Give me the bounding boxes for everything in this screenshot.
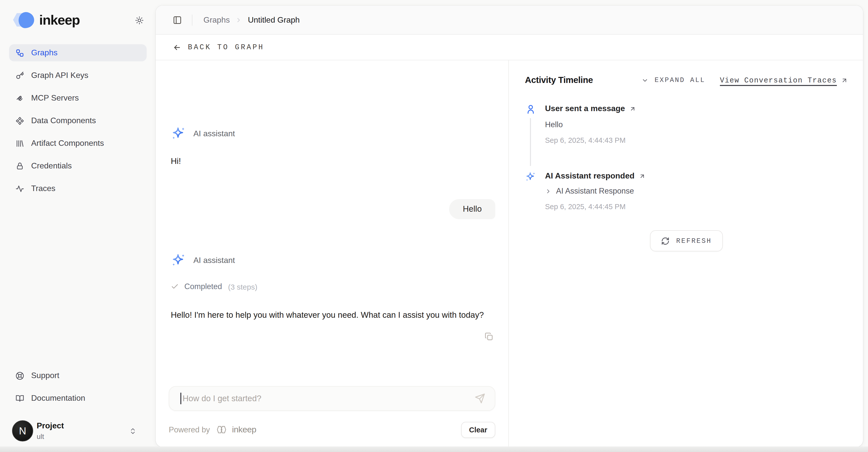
timeline-entry-timestamp: Sep 6, 2025, 4:44:45 PM [545,203,848,211]
expand-all-button[interactable]: EXPAND ALL [642,77,705,84]
sidebar-footer: Support Documentation N Project ult [9,367,147,445]
theme-toggle-sun-icon[interactable] [135,16,144,24]
sidebar-item-label: Graphs [31,48,58,57]
view-traces-label: View Conversation Traces [720,76,837,84]
timeline-entry-user: User sent a message Hello Sep 6, 2025, 4… [525,104,848,171]
assistant-response-label: AI Assistant Response [556,187,634,196]
assistant-message-header: AI assistant [171,126,495,141]
timeline-entry-title-row[interactable]: AI Assistant responded [545,171,848,180]
timeline-entry-title: AI Assistant responded [545,171,634,180]
project-text: Project ult [37,422,64,441]
back-to-graph-button[interactable]: BACK TO GRAPH [173,43,264,52]
panel-left-toggle-icon[interactable] [173,15,182,24]
timeline-entry-title-row[interactable]: User sent a message [545,104,848,113]
sidebar-item-mcp-servers[interactable]: MCP Servers [9,89,147,107]
chat-input-placeholder: How do I get started? [183,394,475,403]
sidebar-item-graph-api-keys[interactable]: Graph API Keys [9,67,147,84]
powered-by: Powered by inkeep [169,424,256,435]
breadcrumb-graphs[interactable]: Graphs [204,15,230,24]
activity-panel: Activity Timeline EXPAND ALL View Conver… [509,60,863,447]
powered-by-label: Powered by [169,425,210,434]
sidebar-item-label: Graph API Keys [31,71,88,80]
app-root: inkeep Graphs Graph A [0,0,868,452]
timeline-entry-timestamp: Sep 6, 2025, 4:44:43 PM [545,136,848,144]
project-avatar[interactable]: N [12,420,33,442]
sidebar: inkeep Graphs Graph A [0,0,156,452]
check-icon [171,283,179,291]
header-divider [192,14,192,25]
user-message-row: Hello [171,199,495,219]
timeline-connector [530,118,531,166]
status-steps: (3 steps) [228,282,257,291]
sidebar-item-support[interactable]: Support [9,367,147,384]
timeline-entry-title: User sent a message [545,104,625,113]
sidebar-item-graphs[interactable]: Graphs [9,44,147,61]
sidebar-item-label: MCP Servers [31,93,79,103]
life-buoy-icon [16,371,24,380]
assistant-response-expander[interactable]: AI Assistant Response [545,187,848,196]
sidebar-item-credentials[interactable]: Credentials [9,158,147,174]
sidebar-item-label: Credentials [31,161,72,170]
message-actions-row [171,332,495,341]
clear-button[interactable]: Clear [461,422,495,438]
assistant-message-text: Hello! I'm here to help you with whateve… [171,308,495,322]
chevron-down-icon [642,77,649,84]
key-icon [16,71,24,80]
activity-timeline: User sent a message Hello Sep 6, 2025, 4… [525,104,848,211]
lock-icon [16,162,24,170]
activity-header: Activity Timeline EXPAND ALL View Conver… [525,75,848,85]
status-state: Completed [184,282,222,291]
activity-icon [16,184,24,193]
assistant-label: AI assistant [193,129,235,138]
sparkles-icon [525,171,536,211]
view-conversation-traces-link[interactable]: View Conversation Traces [720,76,848,84]
sidebar-item-traces[interactable]: Traces [9,180,147,197]
sparkles-icon [171,126,186,141]
assistant-message-header: AI assistant [171,253,495,268]
timeline-entry-content: AI Assistant responded AI Assistant Resp… [545,171,848,211]
inkeep-logo-icon [13,12,37,28]
timeline-entry-assistant: AI Assistant responded AI Assistant Resp… [525,171,848,211]
send-icon[interactable] [475,393,485,404]
sidebar-item-documentation[interactable]: Documentation [9,390,147,407]
assistant-label: AI assistant [193,256,235,265]
refresh-button[interactable]: REFRESH [650,230,722,251]
arrow-up-right-icon [629,105,636,112]
refresh-row: REFRESH [525,230,848,251]
component-icon [16,116,24,125]
refresh-icon [661,236,670,245]
project-subtitle: ult [37,432,64,440]
sidebar-logo-row: inkeep [0,0,156,28]
brand-wordmark: inkeep [39,12,80,28]
timeline-entry-body: Hello [545,120,848,129]
chevrons-up-down-icon[interactable] [129,427,136,435]
chat-messages: AI assistant Hi! Hello AI assistant [156,60,508,341]
chat-input[interactable]: How do I get started? [169,386,495,411]
main-card: Graphs Untitled Graph BACK TO GRAPH [156,5,863,447]
book-open-icon [16,394,24,402]
back-to-graph-label: BACK TO GRAPH [188,43,264,51]
card-subheader: BACK TO GRAPH [156,35,863,60]
card-header: Graphs Untitled Graph [156,5,863,35]
sidebar-item-label: Support [31,371,59,380]
refresh-label: REFRESH [676,237,712,245]
copy-icon[interactable] [485,332,493,341]
card-body: AI assistant Hi! Hello AI assistant [156,60,863,447]
sidebar-item-label: Artifact Components [31,139,104,148]
sidebar-item-label: Documentation [31,394,85,403]
breadcrumb: Graphs Untitled Graph [204,15,300,24]
breadcrumb-current: Untitled Graph [248,15,300,24]
chat-panel: AI assistant Hi! Hello AI assistant [156,60,509,447]
arrow-up-right-icon [841,77,848,84]
powered-by-brand: inkeep [232,425,256,435]
assistant-message-text: Hi! [171,154,495,168]
sidebar-item-data-components[interactable]: Data Components [9,112,147,129]
workflow-icon [16,49,24,57]
project-selector[interactable]: N Project ult [9,417,147,445]
arrow-left-icon [173,43,181,52]
sidebar-item-artifact-components[interactable]: Artifact Components [9,135,147,152]
project-name: Project [37,422,64,431]
completion-status-row[interactable]: Completed (3 steps) [171,282,495,291]
tally-lines-icon [16,139,24,147]
inkeep-hexagons-icon [216,424,227,435]
